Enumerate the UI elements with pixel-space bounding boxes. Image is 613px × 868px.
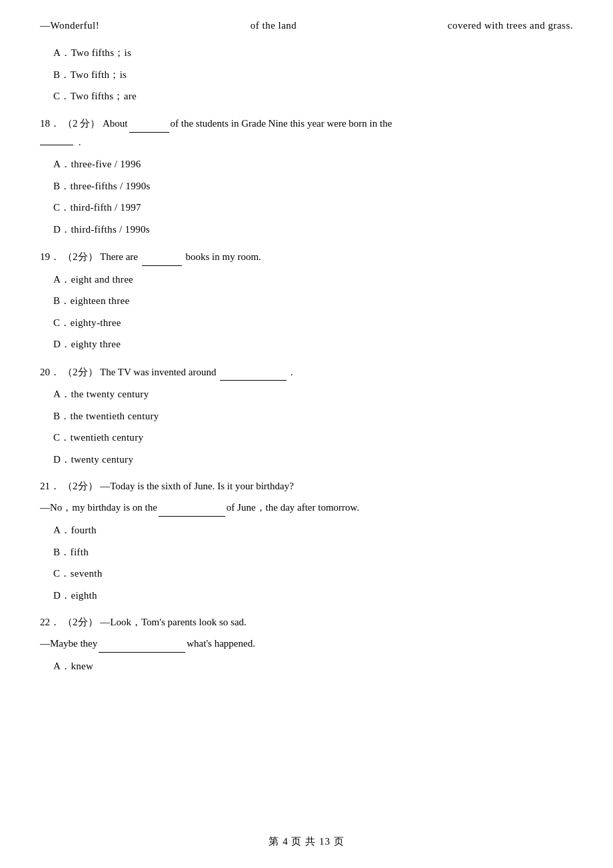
top-center: of the land: [251, 20, 297, 31]
q21-option-d: D．eighth: [53, 586, 573, 605]
q19-option-c: C．eighty-three: [53, 313, 573, 333]
top-line: —Wonderful! of the land covered with tre…: [40, 20, 573, 31]
q18-text-before: About: [103, 115, 128, 133]
q18-text: 18． （2 分） About of the students in Grade…: [40, 115, 573, 133]
q22-points: （2分）: [63, 614, 98, 631]
q21-dialog1: —Today is the sixth of June. Is it your …: [98, 478, 294, 495]
q20-option-a: A．the twenty century: [53, 385, 573, 404]
q18-points: （2 分）: [63, 115, 100, 133]
q18-num: 18．: [40, 115, 60, 133]
q18-blank: [129, 115, 169, 133]
q20-text: 20． （2分） The TV was invented around .: [40, 363, 573, 381]
q18-second-blank: [40, 145, 73, 145]
q19-points: （2分）: [63, 249, 98, 266]
q20-blank: [220, 363, 287, 381]
q20-block: 20． （2分） The TV was invented around . A．…: [40, 363, 573, 469]
q19-blank: [142, 248, 182, 266]
q17-option-b: B．Two fifth；is: [53, 65, 573, 85]
top-right: covered with trees and grass.: [448, 20, 573, 31]
q20-points: （2分）: [63, 364, 98, 381]
q21-points: （2分）: [63, 478, 98, 495]
q22-blank: [99, 635, 185, 653]
q17-option-c: C．Two fifths；are: [53, 87, 573, 106]
q19-option-a: A．eight and three: [53, 270, 573, 289]
q18-block: 18． （2 分） About of the students in Grade…: [40, 115, 573, 239]
q21-num: 21．: [40, 478, 60, 495]
q21-option-b: B．fifth: [53, 543, 573, 562]
footer-text: 第 4 页 共 13 页: [269, 836, 344, 847]
q22-option-a: A．knew: [53, 657, 573, 676]
q19-block: 19． （2分） There are books in my room. A．e…: [40, 248, 573, 354]
q20-option-c: C．twentieth century: [53, 428, 573, 447]
q17-options-block: A．Two fifths；is B．Two fifth；is C．Two fif…: [40, 43, 573, 106]
q21-block: 21． （2分） —Today is the sixth of June. Is…: [40, 478, 573, 605]
q19-num: 19．: [40, 249, 60, 266]
q18-period: .: [79, 137, 81, 147]
q22-text: 22． （2分） —Look，Tom's parents look so sad…: [40, 614, 573, 631]
q21-blank: [159, 499, 225, 517]
q20-option-b: B．the twentieth century: [53, 407, 573, 426]
q20-text-main: The TV was invented around .: [98, 363, 293, 381]
q18-text-after: of the students in Grade Nine this year …: [171, 115, 392, 133]
q20-num: 20．: [40, 364, 60, 381]
q18-option-b: B．three-fifths / 1990s: [53, 177, 573, 196]
q19-text: 19． （2分） There are books in my room.: [40, 248, 573, 266]
q19-text-main: There are books in my room.: [98, 248, 261, 266]
q18-second-line: .: [40, 137, 573, 148]
q21-option-a: A．fourth: [53, 521, 573, 540]
q18-option-c: C．third-fifth / 1997: [53, 198, 573, 217]
q21-dialog2: —No，my birthday is on the of June，the da…: [40, 499, 573, 517]
q22-block: 22． （2分） —Look，Tom's parents look so sad…: [40, 614, 573, 676]
q18-option-a: A．three-five / 1996: [53, 155, 573, 174]
q22-dialog2: —Maybe they what's happened.: [40, 635, 573, 653]
q19-option-d: D．eighty three: [53, 335, 573, 354]
q18-option-d: D．third-fifths / 1990s: [53, 220, 573, 239]
page-footer: 第 4 页 共 13 页: [0, 835, 613, 848]
page-content: —Wonderful! of the land covered with tre…: [40, 20, 573, 676]
q21-option-c: C．seventh: [53, 564, 573, 583]
q22-num: 22．: [40, 614, 60, 631]
q20-option-d: D．twenty century: [53, 450, 573, 469]
q17-option-a: A．Two fifths；is: [53, 43, 573, 63]
top-left: —Wonderful!: [40, 20, 99, 31]
q19-option-b: B．eighteen three: [53, 291, 573, 311]
q21-text: 21． （2分） —Today is the sixth of June. Is…: [40, 478, 573, 495]
q22-dialog1: —Look，Tom's parents look so sad.: [98, 614, 247, 631]
